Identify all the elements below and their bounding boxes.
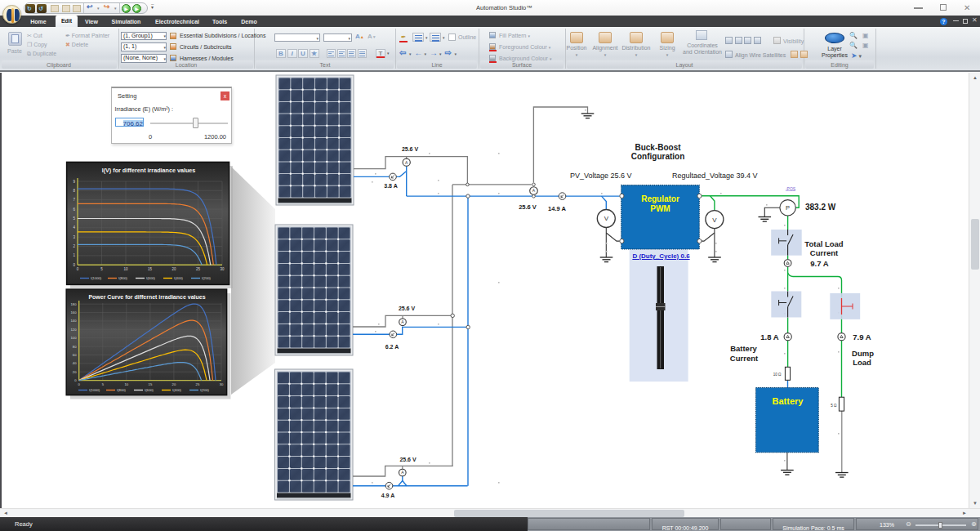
svg-text:I(600): I(600) [146,276,156,280]
svg-text:25: 25 [196,267,201,271]
svg-text:10: 10 [124,382,128,386]
svg-text:P: P [786,204,790,212]
svg-text:Regulator: Regulator [641,194,679,203]
svg-text:I(1000): I(1000) [91,276,102,280]
svg-text:I(1000): I(1000) [89,388,100,392]
svg-text:I(V) for different irradiance: I(V) for different irradiance values [102,167,196,174]
svg-text:10 Ω: 10 Ω [773,373,782,377]
svg-text:5 Ω: 5 Ω [831,404,837,408]
svg-text:I(200): I(200) [200,388,210,392]
svg-text:I(400): I(400) [172,388,182,392]
svg-text:30: 30 [220,382,224,386]
svg-text:I(800): I(800) [117,388,127,392]
svg-text:20: 20 [73,370,77,374]
svg-text:40: 40 [73,361,77,365]
svg-text:20: 20 [172,382,176,386]
svg-text:I(800): I(800) [118,276,128,280]
svg-text:10: 10 [123,267,128,271]
svg-text:60: 60 [73,353,77,357]
svg-text:-POS: -POS [786,186,796,191]
svg-text:Battery: Battery [773,396,804,406]
svg-text:180: 180 [71,302,78,306]
svg-text:I(400): I(400) [174,276,184,280]
svg-text:20: 20 [172,267,176,271]
svg-text:Power Curve for differnet irra: Power Curve for differnet irradiance val… [88,294,205,300]
svg-text:140: 140 [71,319,78,323]
svg-text:160: 160 [71,310,78,315]
svg-text:80: 80 [73,345,77,349]
svg-text:V: V [712,216,717,224]
svg-text:100: 100 [71,336,78,340]
svg-text:I(600): I(600) [145,388,154,392]
svg-text:PWM: PWM [650,204,670,213]
svg-text:15: 15 [149,382,153,386]
svg-text:V: V [604,215,609,222]
svg-text:25: 25 [196,382,200,386]
svg-text:30: 30 [220,267,225,271]
svg-text:120: 120 [71,328,78,332]
svg-text:I(200): I(200) [202,276,212,280]
svg-text:15: 15 [148,267,153,271]
